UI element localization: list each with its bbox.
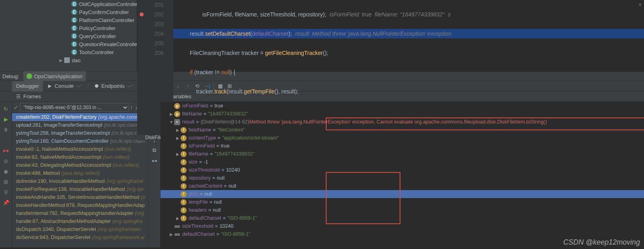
tree-label: PolicyController: [79, 25, 116, 31]
expand-icon[interactable]: ▶: [175, 136, 181, 140]
tree-item[interactable]: CPlatformClaimController: [0, 16, 137, 24]
pin-icon[interactable]: ⚲: [2, 188, 10, 196]
variable-row[interactable]: fsize = -1: [160, 158, 644, 166]
frame-row[interactable]: handle:87, AbstractHandlerMethodAdapter(…: [12, 217, 148, 225]
static-icon: oo: [174, 223, 180, 229]
field-icon: f: [181, 159, 187, 165]
variable-value: null: [204, 191, 212, 197]
variable-name: tempFile: [189, 199, 208, 205]
variable-row[interactable]: ▶ffileName = "1649774339832": [160, 150, 644, 158]
thread-selector[interactable]: ✓ "http-nio-8095-exec-5"@12,303 in ... ↑…: [12, 102, 148, 113]
tab-endpoints[interactable]: ⬢Endpoints→˒: [90, 81, 137, 91]
variable-name: isFormField: [189, 143, 215, 149]
tree-item[interactable]: COldCApplicationController: [0, 0, 137, 8]
code-editor[interactable]: × 201 202 203 204 205 206 isFormField, f…: [137, 0, 644, 71]
frames-list[interactable]: createItem:202, DiskFileItemFactory(org.…: [12, 113, 148, 247]
variable-row[interactable]: fisFormField = true: [160, 142, 644, 150]
variable-row[interactable]: ▶oodefaultCharset = "ISO-8859-1": [160, 230, 644, 238]
variable-name: result: [182, 119, 195, 125]
frame-row[interactable]: upload:281, ImageTransferServiceImpl(cn.…: [12, 121, 148, 129]
variable-row[interactable]: ▼≡result = {DiskFileItem@14 62} Method t…: [160, 118, 644, 126]
debug-config-tab[interactable]: OpsClaimApplication: [23, 71, 86, 81]
tree-folder-dao[interactable]: ▶ dao: [0, 56, 137, 64]
frame-row[interactable]: invokeForRequest:138, InvocableHandlerMe…: [12, 185, 148, 193]
frame-row[interactable]: invokeHandlerMethod:878, RequestMappingH…: [12, 201, 148, 209]
tree-item[interactable]: CToolsController: [0, 48, 137, 56]
variable-value: 10240: [219, 223, 234, 229]
field-icon: f: [181, 191, 187, 197]
variable-row[interactable]: oosizeThreshold = 10240: [160, 222, 644, 230]
frame-row[interactable]: invoke0:-1, NativeMethodAccessorImpl(sun…: [12, 145, 148, 153]
tab-debugger[interactable]: Debugger: [12, 81, 43, 91]
variable-name: defaultCharset: [182, 231, 215, 237]
tree-item[interactable]: CPolicyController: [0, 24, 137, 32]
endpoints-icon: ⬢: [94, 83, 100, 89]
copy-icon[interactable]: ⧉: [150, 146, 158, 154]
pushpin-icon[interactable]: 📌: [2, 198, 10, 206]
expand-icon[interactable]: ▶: [169, 232, 174, 237]
field-icon: f: [181, 183, 187, 189]
prev-frame-icon[interactable]: ↑: [130, 104, 133, 110]
field-icon: f: [181, 199, 187, 205]
rerun-icon[interactable]: ↻: [2, 105, 10, 113]
frame-row[interactable]: invokeAndHandle:105, ServletInvocableHan…: [12, 193, 148, 201]
variable-row[interactable]: pisFormField = true: [160, 102, 644, 110]
variable-row[interactable]: fdfos = null: [160, 190, 644, 198]
variable-name: fileName: [182, 111, 202, 117]
variable-row[interactable]: ▶fcontentType = "application/octet-strea…: [160, 134, 644, 142]
tree-label: ToolsController: [79, 49, 114, 55]
expand-icon[interactable]: ▶: [175, 128, 181, 132]
frame-row[interactable]: ysImgTool:258, ImageTransferServiceImpl(…: [12, 129, 148, 137]
breakpoint-icon[interactable]: [140, 12, 144, 16]
frame-row[interactable]: doInvoke:190, InvocableHandlerMethod(org…: [12, 177, 148, 185]
mute-breakpoints-icon[interactable]: ⊘: [2, 157, 10, 165]
variable-row[interactable]: ▶fdefaultCharset = "ISO-8859-1": [160, 214, 644, 222]
variable-row[interactable]: frepository = null: [160, 174, 644, 182]
variables-panel[interactable]: pisFormField = true▶pfileName = "1649774…: [160, 102, 644, 247]
project-tree[interactable]: COldCApplicationControllerCPayConfirmCon…: [0, 0, 137, 71]
settings-icon[interactable]: ⊞: [2, 178, 10, 186]
tree-label: OldCApplicationController: [79, 1, 137, 7]
variable-name: sizeThreshold: [182, 223, 213, 229]
variable-row[interactable]: fcachedContent = null: [160, 182, 644, 190]
expand-icon[interactable]: ▶: [175, 216, 181, 221]
variable-row[interactable]: ▶ffieldName = "fileContent": [160, 126, 644, 134]
frame-row[interactable]: invoke:498, Method(java.lang.reflect): [12, 169, 148, 177]
frame-row[interactable]: createItem:202, DiskFileItemFactory(org.…: [12, 113, 148, 121]
variable-name: cachedContent: [189, 183, 222, 189]
expand-icon[interactable]: ▶: [175, 152, 181, 156]
variable-row[interactable]: fsizeThreshold = 10240: [160, 166, 644, 174]
variable-value: 10240: [226, 167, 240, 173]
frame-row[interactable]: handleInternal:792, RequestMappingHandle…: [12, 209, 148, 217]
tab-console[interactable]: ▶Console→˒: [43, 81, 86, 91]
class-icon: C: [71, 1, 77, 7]
expand-icon[interactable]: ▶: [169, 112, 174, 116]
tree-item[interactable]: CQueryController: [0, 32, 137, 40]
field-icon: f: [181, 127, 187, 133]
resume-icon[interactable]: ▶: [2, 115, 10, 123]
camera-icon[interactable]: ◉: [2, 167, 10, 175]
frame-row[interactable]: invoke:62, NativeMethodAccessorImpl(sun.…: [12, 153, 148, 161]
thread-dropdown[interactable]: "http-nio-8095-exec-5"@12,303 in ...: [20, 103, 129, 112]
expand-icon[interactable]: ▼: [169, 120, 174, 124]
variable-value: "ISO-8859-1": [228, 215, 257, 221]
variable-row[interactable]: fheaders = null: [160, 206, 644, 214]
debug-label: Debug:: [2, 73, 19, 79]
field-icon: f: [181, 143, 187, 149]
frames-panel[interactable]: ✓ "http-nio-8095-exec-5"@12,303 in ... ↑…: [12, 102, 148, 247]
bug-icon: [26, 73, 32, 79]
variable-row[interactable]: ▶pfileName = "1649774339832": [160, 110, 644, 118]
pause-icon[interactable]: ⏸: [2, 126, 10, 134]
variable-row[interactable]: ftempFile = null: [160, 198, 644, 206]
class-icon: C: [71, 49, 77, 55]
frame-row[interactable]: invoke:43, DelegatingMethodAccessorImpl(…: [12, 161, 148, 169]
folder-icon: [64, 57, 70, 63]
frame-row[interactable]: doDispatch:1040, DispatcherServlet(org.s…: [12, 225, 148, 233]
tree-item[interactable]: CPayConfirmController: [0, 8, 137, 16]
frame-row[interactable]: doService:943, DispatcherServlet(org.spr…: [12, 233, 148, 241]
glasses-icon[interactable]: 👓: [150, 157, 158, 165]
frame-row[interactable]: ysImgTool:160, ClaimDocumentController(c…: [12, 137, 148, 145]
tree-item[interactable]: CQuestionResaleController: [0, 40, 137, 48]
field-icon: f: [181, 207, 187, 213]
view-breakpoints-icon[interactable]: ●●: [2, 146, 10, 154]
